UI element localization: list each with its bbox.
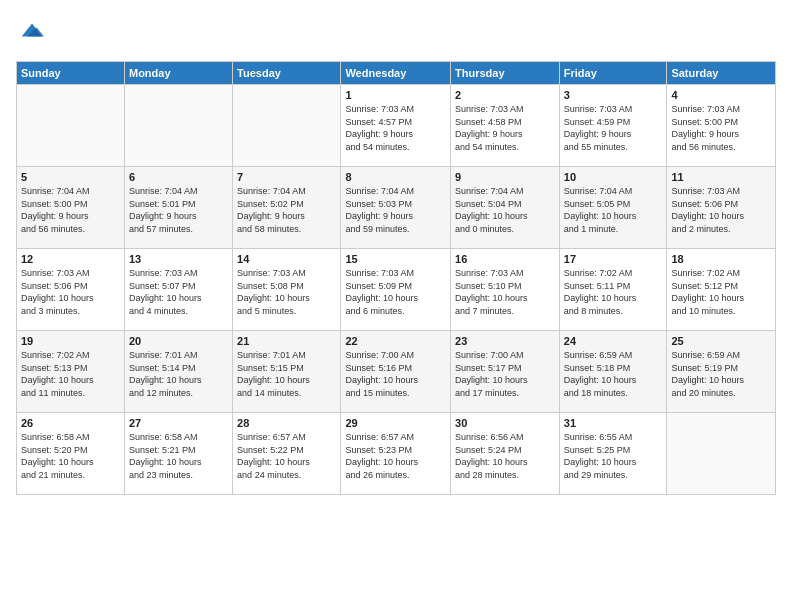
day-info: Sunrise: 7:03 AM Sunset: 5:06 PM Dayligh… [671, 185, 771, 235]
day-number: 6 [129, 171, 228, 183]
calendar-cell: 20Sunrise: 7:01 AM Sunset: 5:14 PM Dayli… [124, 331, 232, 413]
day-info: Sunrise: 6:56 AM Sunset: 5:24 PM Dayligh… [455, 431, 555, 481]
day-number: 16 [455, 253, 555, 265]
weekday-header-thursday: Thursday [451, 62, 560, 85]
day-info: Sunrise: 7:04 AM Sunset: 5:03 PM Dayligh… [345, 185, 446, 235]
calendar-cell: 22Sunrise: 7:00 AM Sunset: 5:16 PM Dayli… [341, 331, 451, 413]
day-info: Sunrise: 7:04 AM Sunset: 5:00 PM Dayligh… [21, 185, 120, 235]
calendar-cell: 4Sunrise: 7:03 AM Sunset: 5:00 PM Daylig… [667, 85, 776, 167]
day-number: 23 [455, 335, 555, 347]
calendar-cell [124, 85, 232, 167]
day-info: Sunrise: 7:03 AM Sunset: 4:59 PM Dayligh… [564, 103, 663, 153]
weekday-header-monday: Monday [124, 62, 232, 85]
day-number: 9 [455, 171, 555, 183]
calendar-cell: 5Sunrise: 7:04 AM Sunset: 5:00 PM Daylig… [17, 167, 125, 249]
day-number: 13 [129, 253, 228, 265]
page-header [16, 16, 776, 49]
calendar-cell: 6Sunrise: 7:04 AM Sunset: 5:01 PM Daylig… [124, 167, 232, 249]
day-number: 2 [455, 89, 555, 101]
calendar-cell: 23Sunrise: 7:00 AM Sunset: 5:17 PM Dayli… [451, 331, 560, 413]
calendar-cell: 13Sunrise: 7:03 AM Sunset: 5:07 PM Dayli… [124, 249, 232, 331]
day-number: 3 [564, 89, 663, 101]
day-info: Sunrise: 6:55 AM Sunset: 5:25 PM Dayligh… [564, 431, 663, 481]
day-info: Sunrise: 7:03 AM Sunset: 4:57 PM Dayligh… [345, 103, 446, 153]
day-info: Sunrise: 6:59 AM Sunset: 5:19 PM Dayligh… [671, 349, 771, 399]
calendar-cell [667, 413, 776, 495]
day-info: Sunrise: 7:03 AM Sunset: 5:10 PM Dayligh… [455, 267, 555, 317]
day-info: Sunrise: 7:04 AM Sunset: 5:05 PM Dayligh… [564, 185, 663, 235]
day-info: Sunrise: 7:04 AM Sunset: 5:01 PM Dayligh… [129, 185, 228, 235]
day-number: 20 [129, 335, 228, 347]
calendar-cell [17, 85, 125, 167]
logo [16, 16, 46, 49]
day-info: Sunrise: 7:04 AM Sunset: 5:04 PM Dayligh… [455, 185, 555, 235]
calendar-cell: 24Sunrise: 6:59 AM Sunset: 5:18 PM Dayli… [559, 331, 667, 413]
day-info: Sunrise: 6:58 AM Sunset: 5:21 PM Dayligh… [129, 431, 228, 481]
day-number: 7 [237, 171, 336, 183]
day-number: 10 [564, 171, 663, 183]
weekday-header-wednesday: Wednesday [341, 62, 451, 85]
calendar-cell: 12Sunrise: 7:03 AM Sunset: 5:06 PM Dayli… [17, 249, 125, 331]
day-info: Sunrise: 7:03 AM Sunset: 5:08 PM Dayligh… [237, 267, 336, 317]
day-number: 31 [564, 417, 663, 429]
calendar-cell: 1Sunrise: 7:03 AM Sunset: 4:57 PM Daylig… [341, 85, 451, 167]
day-info: Sunrise: 7:00 AM Sunset: 5:17 PM Dayligh… [455, 349, 555, 399]
day-number: 18 [671, 253, 771, 265]
day-number: 1 [345, 89, 446, 101]
calendar-cell: 25Sunrise: 6:59 AM Sunset: 5:19 PM Dayli… [667, 331, 776, 413]
day-number: 24 [564, 335, 663, 347]
calendar-cell: 27Sunrise: 6:58 AM Sunset: 5:21 PM Dayli… [124, 413, 232, 495]
day-number: 15 [345, 253, 446, 265]
day-number: 26 [21, 417, 120, 429]
day-info: Sunrise: 7:03 AM Sunset: 5:06 PM Dayligh… [21, 267, 120, 317]
day-number: 30 [455, 417, 555, 429]
day-number: 27 [129, 417, 228, 429]
calendar-cell: 2Sunrise: 7:03 AM Sunset: 4:58 PM Daylig… [451, 85, 560, 167]
day-info: Sunrise: 7:02 AM Sunset: 5:11 PM Dayligh… [564, 267, 663, 317]
calendar-cell: 31Sunrise: 6:55 AM Sunset: 5:25 PM Dayli… [559, 413, 667, 495]
day-number: 17 [564, 253, 663, 265]
day-number: 19 [21, 335, 120, 347]
calendar-cell: 14Sunrise: 7:03 AM Sunset: 5:08 PM Dayli… [233, 249, 341, 331]
calendar-cell: 11Sunrise: 7:03 AM Sunset: 5:06 PM Dayli… [667, 167, 776, 249]
day-number: 29 [345, 417, 446, 429]
calendar-cell: 19Sunrise: 7:02 AM Sunset: 5:13 PM Dayli… [17, 331, 125, 413]
day-info: Sunrise: 7:03 AM Sunset: 5:07 PM Dayligh… [129, 267, 228, 317]
logo-icon [18, 16, 46, 44]
day-number: 22 [345, 335, 446, 347]
day-info: Sunrise: 7:01 AM Sunset: 5:14 PM Dayligh… [129, 349, 228, 399]
calendar-cell: 18Sunrise: 7:02 AM Sunset: 5:12 PM Dayli… [667, 249, 776, 331]
weekday-header-sunday: Sunday [17, 62, 125, 85]
day-number: 8 [345, 171, 446, 183]
day-number: 12 [21, 253, 120, 265]
calendar-cell: 3Sunrise: 7:03 AM Sunset: 4:59 PM Daylig… [559, 85, 667, 167]
calendar-cell: 17Sunrise: 7:02 AM Sunset: 5:11 PM Dayli… [559, 249, 667, 331]
day-info: Sunrise: 7:02 AM Sunset: 5:12 PM Dayligh… [671, 267, 771, 317]
calendar-cell: 30Sunrise: 6:56 AM Sunset: 5:24 PM Dayli… [451, 413, 560, 495]
weekday-header-tuesday: Tuesday [233, 62, 341, 85]
day-number: 21 [237, 335, 336, 347]
calendar-cell: 29Sunrise: 6:57 AM Sunset: 5:23 PM Dayli… [341, 413, 451, 495]
day-number: 25 [671, 335, 771, 347]
weekday-header-friday: Friday [559, 62, 667, 85]
day-number: 11 [671, 171, 771, 183]
calendar-cell: 26Sunrise: 6:58 AM Sunset: 5:20 PM Dayli… [17, 413, 125, 495]
day-info: Sunrise: 7:03 AM Sunset: 5:00 PM Dayligh… [671, 103, 771, 153]
calendar-cell: 16Sunrise: 7:03 AM Sunset: 5:10 PM Dayli… [451, 249, 560, 331]
calendar-cell: 21Sunrise: 7:01 AM Sunset: 5:15 PM Dayli… [233, 331, 341, 413]
day-info: Sunrise: 7:00 AM Sunset: 5:16 PM Dayligh… [345, 349, 446, 399]
weekday-header-saturday: Saturday [667, 62, 776, 85]
day-info: Sunrise: 6:57 AM Sunset: 5:22 PM Dayligh… [237, 431, 336, 481]
calendar-cell: 9Sunrise: 7:04 AM Sunset: 5:04 PM Daylig… [451, 167, 560, 249]
day-info: Sunrise: 6:58 AM Sunset: 5:20 PM Dayligh… [21, 431, 120, 481]
day-info: Sunrise: 7:03 AM Sunset: 4:58 PM Dayligh… [455, 103, 555, 153]
calendar-cell: 15Sunrise: 7:03 AM Sunset: 5:09 PM Dayli… [341, 249, 451, 331]
day-info: Sunrise: 7:04 AM Sunset: 5:02 PM Dayligh… [237, 185, 336, 235]
day-info: Sunrise: 6:57 AM Sunset: 5:23 PM Dayligh… [345, 431, 446, 481]
calendar-table: SundayMondayTuesdayWednesdayThursdayFrid… [16, 61, 776, 495]
day-number: 5 [21, 171, 120, 183]
day-number: 28 [237, 417, 336, 429]
calendar-cell: 28Sunrise: 6:57 AM Sunset: 5:22 PM Dayli… [233, 413, 341, 495]
calendar-cell: 8Sunrise: 7:04 AM Sunset: 5:03 PM Daylig… [341, 167, 451, 249]
day-number: 14 [237, 253, 336, 265]
